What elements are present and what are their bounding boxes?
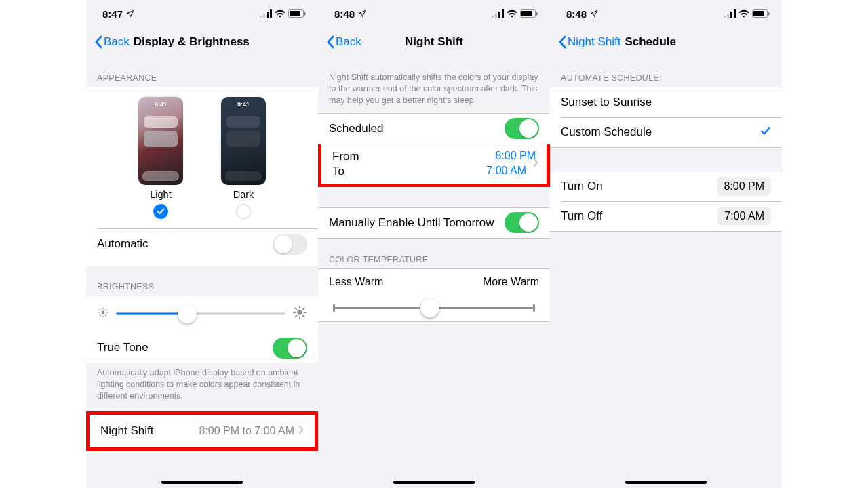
- svg-point-16: [297, 310, 302, 315]
- from-label: From: [332, 150, 359, 163]
- nav-bar: Back Night Shift: [318, 27, 550, 57]
- svg-line-15: [106, 309, 106, 310]
- scheduled-toggle[interactable]: [505, 118, 539, 139]
- sun-min-icon: [97, 306, 109, 321]
- nav-bar: Back Display & Brightness: [86, 27, 318, 57]
- page-title: Schedule: [625, 35, 676, 49]
- night-shift-label: Night Shift: [100, 424, 199, 438]
- option-custom-label: Custom Schedule: [561, 125, 760, 139]
- true-tone-label: True Tone: [97, 341, 273, 354]
- true-tone-toggle[interactable]: [273, 338, 307, 359]
- svg-line-14: [100, 315, 100, 316]
- manual-enable-label: Manually Enable Until Tomorrow: [329, 216, 505, 230]
- brightness-group: True Tone: [86, 296, 318, 363]
- nav-back-button[interactable]: Night Shift: [555, 35, 623, 49]
- svg-line-24: [303, 308, 304, 309]
- svg-rect-31: [536, 12, 538, 16]
- screen-schedule: 8:48 Night Shift Schedule AUTOMATE SCHED…: [550, 0, 782, 488]
- wifi-icon: [507, 9, 517, 18]
- more-warm-label: More Warm: [483, 276, 539, 288]
- svg-rect-28: [502, 9, 504, 18]
- location-icon: [126, 9, 134, 18]
- turn-off-label: Turn Off: [561, 209, 717, 223]
- section-header-color-temp: COLOR TEMPERATURE: [318, 239, 550, 268]
- color-temp-slider[interactable]: [318, 291, 550, 321]
- svg-rect-6: [304, 12, 306, 16]
- night-shift-group-highlighted: Night Shift 8:00 PM to 7:00 AM: [86, 411, 318, 451]
- location-icon: [590, 9, 598, 18]
- nav-back-button[interactable]: Back: [92, 35, 132, 49]
- checkmark-icon: [760, 125, 771, 139]
- scheduled-group: Scheduled: [318, 113, 550, 144]
- turn-off-row[interactable]: Turn Off 7:00 AM: [550, 201, 782, 231]
- chevron-left-icon: [558, 35, 566, 49]
- option-sunset-label: Sunset to Sunrise: [561, 96, 771, 109]
- appearance-option-dark[interactable]: 9:41 Dark: [221, 97, 266, 219]
- section-header-automate: AUTOMATE SCHEDULE:: [550, 57, 782, 87]
- less-warm-label: Less Warm: [329, 276, 383, 288]
- option-custom-schedule[interactable]: Custom Schedule: [550, 117, 782, 147]
- svg-line-12: [100, 309, 100, 310]
- svg-line-23: [295, 316, 296, 317]
- svg-rect-3: [270, 9, 272, 18]
- scheduled-label: Scheduled: [329, 122, 505, 136]
- manual-enable-toggle[interactable]: [505, 212, 539, 233]
- appearance-group: 9:41 Light 9:41 Dark: [86, 87, 318, 266]
- svg-rect-5: [290, 11, 300, 16]
- svg-rect-35: [734, 9, 736, 18]
- battery-icon: [752, 9, 770, 18]
- battery-icon: [520, 9, 538, 18]
- chevron-right-icon: [298, 424, 304, 438]
- brightness-slider[interactable]: [116, 304, 285, 323]
- home-indicator[interactable]: [161, 481, 243, 484]
- automatic-toggle[interactable]: [273, 234, 307, 255]
- location-icon: [358, 9, 366, 18]
- true-tone-row: True Tone: [86, 333, 318, 363]
- nav-back-label: Night Shift: [568, 35, 620, 49]
- svg-rect-32: [724, 16, 726, 18]
- svg-rect-34: [730, 12, 732, 18]
- appearance-preview-light: 9:41: [138, 97, 183, 185]
- cellular-icon: [260, 9, 272, 18]
- turn-on-value[interactable]: 8:00 PM: [717, 177, 771, 196]
- svg-line-13: [106, 315, 106, 316]
- turn-off-value[interactable]: 7:00 AM: [717, 207, 771, 226]
- night-shift-intro: Night Shift automatically shifts the col…: [318, 57, 550, 113]
- automate-options-group: Sunset to Sunrise Custom Schedule: [550, 87, 782, 148]
- nav-back-button[interactable]: Back: [323, 35, 364, 49]
- scheduled-row: Scheduled: [318, 114, 550, 144]
- true-tone-explain: Automatically adapt iPhone display based…: [86, 363, 318, 409]
- chevron-left-icon: [326, 35, 334, 49]
- svg-rect-33: [727, 14, 729, 18]
- appearance-dark-radio[interactable]: [236, 204, 251, 219]
- cellular-icon: [492, 9, 504, 18]
- appearance-preview-dark: 9:41: [221, 97, 266, 185]
- svg-rect-2: [267, 12, 269, 18]
- nav-bar: Night Shift Schedule: [550, 27, 782, 57]
- brightness-slider-row: [86, 296, 318, 333]
- svg-point-7: [102, 311, 105, 314]
- turn-on-row[interactable]: Turn On 8:00 PM: [550, 171, 782, 201]
- option-sunset-sunrise[interactable]: Sunset to Sunrise: [550, 87, 782, 117]
- status-bar: 8:48: [318, 0, 550, 27]
- home-indicator[interactable]: [393, 481, 475, 484]
- night-shift-row[interactable]: Night Shift 8:00 PM to 7:00 AM: [90, 415, 315, 447]
- night-shift-detail: 8:00 PM to 7:00 AM: [199, 425, 294, 437]
- sun-max-icon: [292, 305, 307, 323]
- home-indicator[interactable]: [625, 481, 707, 484]
- appearance-light-radio[interactable]: [153, 204, 168, 219]
- from-value: 8:00 PM: [495, 150, 536, 163]
- appearance-light-label: Light: [150, 189, 171, 200]
- to-label: To: [332, 165, 344, 178]
- nav-back-label: Back: [104, 35, 130, 49]
- screen-night-shift: 8:48 Back Night Shift Night Shift automa…: [318, 0, 550, 488]
- svg-rect-25: [492, 16, 494, 18]
- section-header-brightness: BRIGHTNESS: [86, 266, 318, 296]
- schedule-times-row[interactable]: From 8:00 PM To 7:00 AM: [321, 144, 547, 184]
- cellular-icon: [724, 9, 736, 18]
- svg-rect-26: [495, 14, 497, 18]
- status-bar: 8:47: [86, 0, 318, 27]
- schedule-times-highlighted: From 8:00 PM To 7:00 AM: [318, 144, 550, 187]
- appearance-option-light[interactable]: 9:41 Light: [138, 97, 183, 219]
- svg-rect-30: [521, 11, 532, 16]
